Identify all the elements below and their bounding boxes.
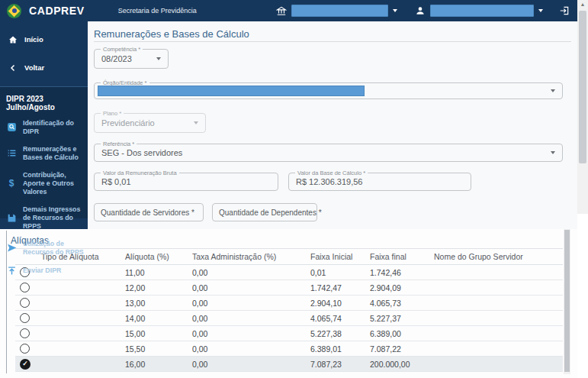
- radio-button[interactable]: [20, 283, 30, 292]
- competencia-select[interactable]: Competência * 08/2023: [94, 49, 169, 69]
- page-title: Remunerações e Bases de Cálculo: [94, 28, 249, 40]
- user-select[interactable]: [430, 5, 543, 17]
- column-header-aliquota: Alíquota (%): [122, 249, 189, 265]
- chevron-down-icon: [194, 121, 198, 124]
- table-cell: 0,00: [189, 341, 307, 357]
- app-header: CADPREV Secretaria de Previdência: [0, 0, 577, 21]
- sidebar-item-contribuicao[interactable]: $ Contribuição, Aporte e Outros Valores: [0, 166, 88, 201]
- table-cell: [431, 341, 563, 357]
- field-placeholder: Quantidade de Servidores *: [101, 208, 194, 217]
- table-cell: [431, 265, 563, 280]
- valor-base-calculo-input[interactable]: Valor da Base de Cálculo * R$ 12.306.319…: [288, 173, 471, 191]
- field-label: Valor da Base de Cálculo *: [295, 170, 368, 176]
- column-header-faixa-inicial: Faixa Inicial: [307, 249, 367, 265]
- table-cell: 0,01: [307, 265, 367, 280]
- institution-select[interactable]: [291, 5, 397, 17]
- aliquota-row[interactable]: 14,000,004.065,745.227,37: [15, 311, 563, 326]
- aliquota-row[interactable]: ✓16,000,007.087,23200.000,00: [15, 357, 563, 372]
- table-cell: 6.389,01: [307, 341, 367, 357]
- table-cell: [38, 341, 122, 357]
- quantidade-dependentes-input[interactable]: Quantidade de Dependentes *: [212, 203, 317, 221]
- field-value: 08/2023: [101, 54, 132, 63]
- table-cell: 12,00: [122, 280, 189, 296]
- chevron-left-icon: [8, 63, 18, 73]
- sidebar-item-identificacao-dipr[interactable]: Identificação do DIPR: [0, 115, 88, 141]
- table-cell: 15,00: [122, 326, 189, 341]
- sidebar-item-demais-ingressos[interactable]: Demais Ingressos de Recursos do RPPS: [0, 201, 88, 235]
- chevron-down-icon: [551, 89, 555, 92]
- sidebar-item-remuneracoes[interactable]: Remunerações e Bases de Cálculo: [0, 141, 88, 166]
- sidebar-item-label: Demais Ingressos de Recursos do RPPS: [23, 205, 86, 231]
- radio-button[interactable]: [20, 328, 30, 338]
- orgao-entidade-select[interactable]: Órgão/Entidade *: [94, 82, 563, 99]
- aliquota-row[interactable]: 11,000,000,011.742,46: [15, 265, 563, 280]
- table-cell: 0,00: [189, 280, 307, 296]
- aliquota-row[interactable]: 13,000,002.904,104.065,73: [15, 296, 563, 311]
- main-content: Remunerações e Bases de Cálculo Competên…: [88, 21, 577, 229]
- chevron-down-icon: [156, 57, 161, 60]
- sidebar-item-voltar[interactable]: Voltar: [0, 56, 88, 79]
- sidebar: Início Voltar DIPR 2023 Julho/Agosto Ide…: [0, 21, 88, 229]
- radio-button[interactable]: [20, 298, 30, 308]
- table-cell: 2.904,09: [367, 280, 431, 296]
- table-cell: [431, 326, 563, 341]
- table-cell: 0,00: [189, 357, 307, 372]
- field-value: R$ 12.306.319,56: [296, 177, 362, 186]
- field-value: R$ 0,01: [101, 177, 131, 186]
- sidebar-item-label: Enviar DIPR: [23, 267, 61, 275]
- app-name: CADPREV: [29, 5, 85, 17]
- table-cell: 5.227,38: [307, 326, 367, 341]
- table-cell: 200.000,00: [367, 357, 431, 372]
- radio-checked-icon[interactable]: ✓: [20, 359, 31, 370]
- field-value: SEG - Dos servidores: [101, 148, 182, 157]
- quantidade-servidores-input[interactable]: Quantidade de Servidores *: [94, 203, 204, 221]
- field-placeholder: Quantidade de Dependentes *: [219, 208, 322, 217]
- valor-remuneracao-bruta-input[interactable]: Valor da Remuneração Bruta R$ 0,01: [94, 173, 278, 191]
- sidebar-item-inicio[interactable]: Início: [0, 27, 88, 51]
- sidebar-item-label: Contribuição, Aporte e Outros Valores: [23, 171, 86, 196]
- table-cell: 1.742,46: [367, 265, 431, 280]
- column-header-taxa: Taxa Administração (%): [189, 249, 307, 265]
- panel-scrollbar[interactable]: [564, 229, 570, 374]
- logout-exit-icon[interactable]: [558, 5, 570, 17]
- person-icon: [414, 5, 426, 17]
- aliquota-row[interactable]: 12,000,001.742,472.904,09: [15, 280, 563, 296]
- aliquota-row[interactable]: 15,500,006.389,017.087,22: [15, 341, 563, 357]
- table-cell: 1.742,47: [307, 280, 367, 296]
- upload-icon: [6, 266, 17, 276]
- table-cell: 0,00: [189, 311, 307, 326]
- field-label: Valor da Remuneração Bruta: [101, 170, 179, 176]
- field-label: Referência *: [101, 141, 137, 147]
- referencia-select[interactable]: Referência * SEG - Dos servidores: [94, 144, 563, 162]
- table-cell: [38, 280, 122, 296]
- page-scrollbar-thumb[interactable]: [579, 11, 586, 163]
- table-cell: 11,00: [122, 265, 189, 280]
- aliquotas-table-header-row: Tipo de Alíquota Alíquota (%) Taxa Admin…: [15, 249, 563, 265]
- brazil-coat-of-arms-logo: [7, 4, 21, 18]
- redacted-user-value: [430, 5, 534, 17]
- aliquota-row[interactable]: 15,000,005.227,386.389,00: [15, 326, 563, 341]
- aliquotas-table: Tipo de Alíquota Alíquota (%) Taxa Admin…: [15, 248, 563, 372]
- home-icon: [8, 34, 18, 44]
- table-cell: 4.065,74: [307, 311, 367, 326]
- radio-button[interactable]: [20, 344, 30, 354]
- institution-bank-icon: [275, 5, 287, 17]
- radio-button[interactable]: [20, 313, 30, 323]
- sidebar-item-label: Remunerações e Bases de Cálculo: [23, 145, 86, 162]
- table-cell: [38, 296, 122, 311]
- sidebar-dipr-section: DIPR 2023 Julho/Agosto Identificação do …: [0, 86, 88, 218]
- panel-scrollbar-thumb[interactable]: [564, 230, 570, 372]
- scroll-up-arrow-icon[interactable]: ▲: [577, 2, 588, 7]
- page-scrollbar[interactable]: ▲: [577, 0, 588, 214]
- table-cell: 6.389,00: [367, 326, 431, 341]
- sidebar-item-label: Identificação do DIPR: [23, 119, 86, 136]
- redacted-institution-value: [291, 5, 388, 17]
- field-label: Plano *: [101, 110, 124, 117]
- field-value: Previdenciário: [101, 118, 155, 128]
- sidebar-item-label: Início: [24, 35, 43, 44]
- field-label: Competência *: [101, 46, 143, 53]
- sidebar-item-enviar-dipr[interactable]: Enviar DIPR: [0, 261, 88, 281]
- table-cell: [431, 357, 563, 372]
- table-cell: [38, 357, 122, 372]
- sidebar-item-utilizacao[interactable]: Utilização de Recursos do RPPS: [0, 235, 88, 261]
